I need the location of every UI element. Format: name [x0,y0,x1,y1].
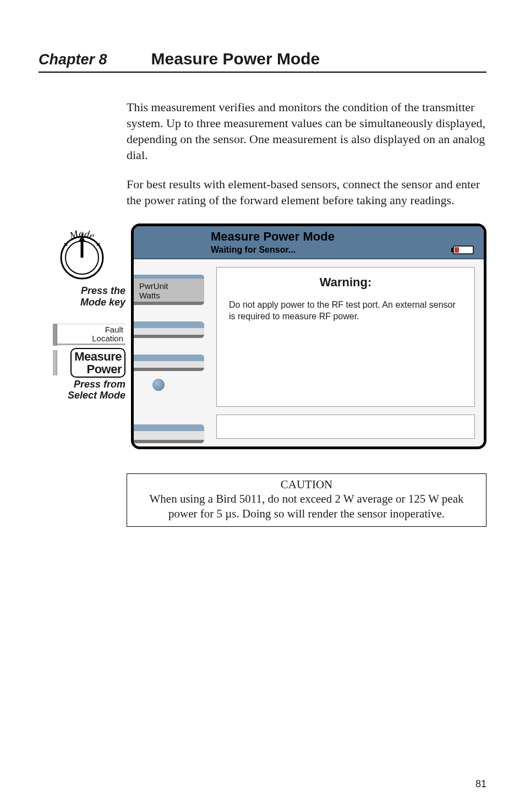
tab-fault-label: Fault [61,325,123,334]
screen-title: Measure Power Mode [211,230,476,244]
chapter-label: Chapter 8 [39,51,107,68]
softkey-column: PwrUnit Watts [134,259,204,445]
softkey-pwrunit-line1: PwrUnit [139,281,200,291]
caution-box: CAUTION When using a Bird 5011, do not e… [127,473,486,527]
battery-icon [451,245,476,255]
paragraph-2: For best results with element-based sens… [127,176,486,208]
caution-title: CAUTION [135,477,478,492]
press-mode-caption: Press the Mode key [80,285,125,308]
warning-panel: Warning: Do not apply power to the RF te… [216,267,475,407]
softkey-bottom[interactable] [134,424,204,443]
screen-subtitle: Waiting for Sensor... [211,245,476,255]
rotary-knob-icon [152,379,165,391]
softkey-blank-2[interactable] [134,355,204,371]
softkey-blank-1[interactable] [134,321,204,338]
chapter-title: Measure Power Mode [151,50,320,68]
softkey-pwrunit[interactable]: PwrUnit Watts [134,275,204,305]
device-screen: Measure Power Mode Waiting for Sensor...… [131,224,486,449]
status-panel [216,415,475,439]
chapter-heading: Chapter 8 Measure Power Mode [39,50,486,73]
press-from-caption: Press from Select Mode [68,379,125,401]
figure-row: Mode Press the Mode key Fault Location M… [39,224,486,449]
screen-header: Measure Power Mode Waiting for Sensor... [134,226,484,259]
tab-location-label: Location [61,334,123,343]
svg-rect-9 [451,248,453,252]
paragraph-1: This measurement verifies and monitors t… [127,99,486,163]
side-tabs: Fault Location Measure Power [53,324,125,378]
svg-rect-10 [455,247,459,253]
tab-measure-label2: Power [74,363,122,375]
warning-title: Warning: [217,275,474,290]
tab-measure-label1: Measure [74,350,122,363]
mode-dial: Mode [52,224,112,284]
warning-body: Do not apply power to the RF test port. … [217,299,474,323]
caution-body: When using a Bird 5011, do not exceed 2 … [135,492,478,521]
softkey-pwrunit-line2: Watts [139,291,200,300]
tab-fault: Fault Location [53,324,125,346]
page-number: 81 [475,778,486,790]
tab-measure-power: Measure Power [70,348,125,378]
